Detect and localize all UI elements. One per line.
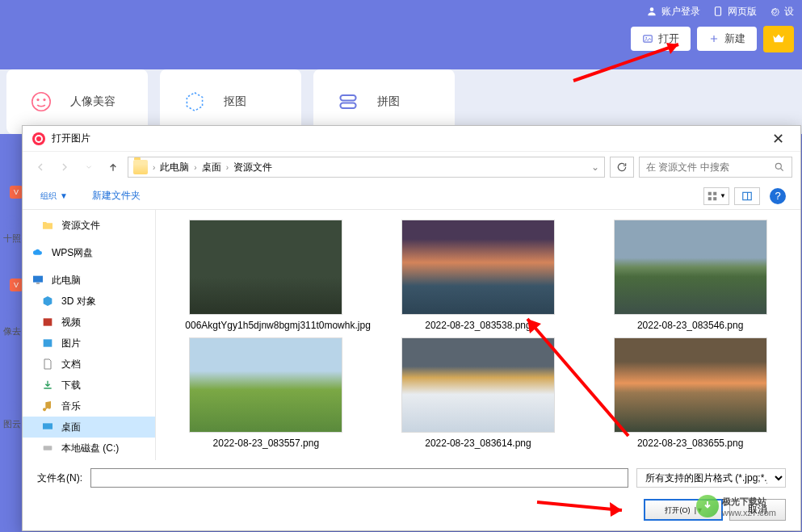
dialog-toolbar: 组织▼ 新建文件夹 ▼ ?: [23, 182, 800, 210]
plus-icon: [708, 33, 720, 44]
organize-menu[interactable]: 组织▼: [37, 190, 68, 202]
web-version-link[interactable]: 网页版: [712, 5, 757, 19]
sidebar-item-videos[interactable]: 视频: [23, 312, 155, 333]
monitor-icon: [31, 273, 45, 287]
dialog-footer: 文件名(N): 所有支持的图片格式 (*.jpg;*.jp: [23, 460, 800, 496]
sidebar-item-wps[interactable]: WPS网盘: [23, 242, 155, 263]
file-item[interactable]: 2022-08-23_083614.png: [384, 337, 573, 449]
refresh-icon: [616, 161, 628, 173]
dialog-buttons: 打开(O) |▼ 取消: [23, 496, 800, 530]
sidebar-item-resources[interactable]: 资源文件: [23, 215, 155, 236]
nav-back-button[interactable]: [31, 157, 50, 177]
svg-point-5: [36, 98, 39, 101]
breadcrumb-separator: ›: [153, 163, 155, 172]
file-thumbnail: [401, 337, 555, 433]
grid-icon: [707, 191, 718, 202]
gear-icon: [769, 6, 780, 17]
cloud-icon: [31, 245, 45, 260]
nav-forward-button[interactable]: [55, 157, 74, 177]
phone-icon: [712, 6, 724, 17]
svg-point-11: [6, 308, 19, 321]
sidebar-item-documents[interactable]: 文档: [23, 354, 155, 375]
close-button[interactable]: ✕: [766, 130, 791, 148]
sidebar-item-desktop[interactable]: 桌面: [23, 417, 155, 438]
new-button[interactable]: 新建: [697, 27, 757, 51]
portrait-card-label: 人像美容: [70, 94, 115, 109]
vip-button[interactable]: [763, 26, 794, 52]
account-login-link[interactable]: 账户登录: [646, 5, 700, 19]
vip-badge: V: [10, 279, 23, 291]
file-item[interactable]: 2022-08-23_083538.png: [384, 220, 573, 331]
nav-recent-button[interactable]: [79, 157, 99, 177]
svg-rect-17: [713, 197, 716, 200]
svg-rect-14: [708, 191, 712, 195]
filename-input[interactable]: [90, 468, 628, 488]
preview-pane-button[interactable]: [734, 187, 760, 205]
search-input[interactable]: [646, 161, 774, 173]
breadcrumb-item[interactable]: 桌面: [202, 161, 221, 174]
file-item[interactable]: 006AkgtYgy1h5djnw8bgmj311t0mowhk.jpg: [172, 220, 360, 331]
sidebar-item-music[interactable]: 音乐: [23, 396, 155, 417]
file-thumbnail: [614, 220, 767, 315]
settings-link[interactable]: 设: [769, 5, 794, 19]
open-button[interactable]: 打开: [631, 27, 691, 51]
cutout-card[interactable]: 抠图: [160, 69, 301, 134]
music-icon: [40, 399, 55, 413]
collage-card[interactable]: 拼图: [313, 69, 455, 134]
side-item-2[interactable]: V 像去: [0, 274, 24, 367]
svg-rect-24: [43, 423, 52, 429]
sidebar-item-pictures[interactable]: 图片: [23, 333, 155, 354]
sidebar-item-3d[interactable]: 3D 对象: [23, 291, 155, 312]
new-button-label: 新建: [724, 31, 745, 46]
settings-label: 设: [784, 5, 794, 19]
file-name: 2022-08-23_083546.png: [637, 320, 743, 331]
refresh-button[interactable]: [610, 157, 634, 178]
side-item-3[interactable]: 图云: [0, 367, 24, 460]
help-button[interactable]: ?: [770, 188, 786, 204]
file-name: 2022-08-23_083538.png: [425, 320, 531, 331]
sidebar-item-thispc[interactable]: 此电脑: [23, 270, 155, 291]
cutout-card-label: 抠图: [224, 94, 246, 109]
disk-icon: [40, 441, 55, 455]
file-name: 2022-08-23_083614.png: [425, 438, 531, 449]
svg-rect-22: [44, 318, 52, 325]
sidebar-item-disk-c[interactable]: 本地磁盘 (C:): [23, 438, 155, 459]
svg-rect-25: [44, 446, 52, 450]
document-icon: [40, 357, 55, 371]
breadcrumb-item[interactable]: 此电脑: [160, 161, 189, 174]
breadcrumb-item[interactable]: 资源文件: [233, 161, 272, 174]
side-item-1[interactable]: V 十照: [0, 182, 24, 274]
svg-point-6: [43, 98, 45, 101]
file-item[interactable]: 2022-08-23_083546.png: [596, 220, 784, 331]
person-icon: [646, 6, 657, 17]
folder-icon: [40, 218, 55, 232]
web-version-label: 网页版: [728, 5, 757, 19]
crown-icon: [771, 31, 786, 45]
side-features: V 十照 V 像去 图云: [0, 182, 24, 460]
sidebar-item-downloads[interactable]: 下载: [23, 375, 155, 396]
search-box[interactable]: [639, 157, 792, 178]
file-name: 2022-08-23_083655.png: [637, 438, 743, 449]
vip-badge: V: [10, 186, 23, 199]
arrow-left-icon: [34, 161, 47, 174]
nav-up-button[interactable]: [103, 157, 123, 177]
portrait-beauty-card[interactable]: 人像美容: [6, 69, 148, 134]
filetype-select[interactable]: 所有支持的图片格式 (*.jpg;*.jp: [636, 468, 786, 488]
view-mode-button[interactable]: ▼: [703, 187, 729, 205]
breadcrumb-dropdown[interactable]: ⌄: [591, 161, 599, 173]
app-top-header: 账户登录 网页版 设: [0, 0, 802, 23]
chevron-down-icon: [85, 163, 93, 171]
svg-rect-16: [708, 197, 712, 200]
new-folder-button[interactable]: 新建文件夹: [92, 189, 141, 203]
svg-rect-21: [36, 283, 40, 283]
file-item[interactable]: 2022-08-23_083557.png: [172, 337, 360, 449]
open-button-label: 打开: [658, 31, 679, 46]
breadcrumb[interactable]: › 此电脑 › 桌面 › 资源文件 ⌄: [128, 157, 605, 178]
watermark-logo-icon: [696, 495, 719, 517]
svg-rect-8: [340, 103, 355, 108]
picture-icon: [40, 336, 55, 350]
collage-card-label: 拼图: [377, 94, 400, 109]
svg-point-3: [645, 37, 647, 39]
file-item[interactable]: 2022-08-23_083655.png: [596, 337, 784, 449]
watermark: 极光下载站 www.xz7.com: [696, 495, 776, 517]
